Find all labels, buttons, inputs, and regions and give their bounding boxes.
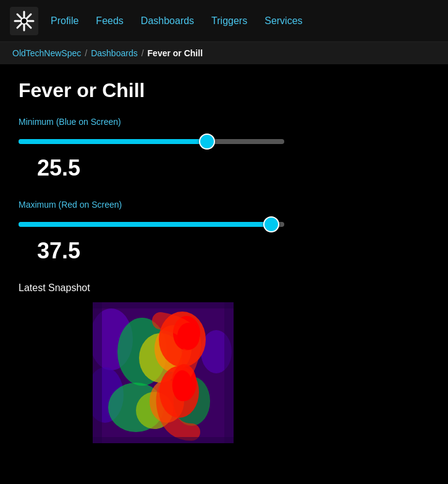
nav-item-dashboards[interactable]: Dashboards <box>141 15 194 27</box>
navbar: Profile Feeds Dashboards Triggers Servic… <box>0 0 448 42</box>
maximum-slider-fill <box>19 222 271 227</box>
snapshot-label: Latest Snapshot <box>19 282 429 294</box>
svg-rect-27 <box>93 437 234 443</box>
breadcrumb-current: Fever or Chill <box>148 48 203 58</box>
snapshot-section: Latest Snapshot <box>19 282 429 443</box>
nav-item-triggers[interactable]: Triggers <box>211 15 247 27</box>
maximum-slider-section: Maximum (Red on Screen) 37.5 <box>19 200 429 264</box>
minimum-slider-container[interactable] <box>19 134 284 149</box>
minimum-slider-thumb[interactable] <box>199 134 215 150</box>
nav-item-services[interactable]: Services <box>264 15 302 27</box>
logo[interactable] <box>10 7 38 35</box>
breadcrumb-root[interactable]: OldTechNewSpec <box>12 48 81 58</box>
minimum-slider-value: 25.5 <box>37 155 429 181</box>
svg-rect-25 <box>224 302 234 443</box>
page-title: Fever or Chill <box>19 79 429 102</box>
maximum-slider-track <box>19 222 284 227</box>
maximum-slider-thumb[interactable] <box>263 216 279 232</box>
minimum-slider-fill <box>19 139 207 144</box>
minimum-slider-track <box>19 139 284 144</box>
svg-rect-24 <box>93 302 102 443</box>
thermal-svg <box>93 302 234 443</box>
svg-point-23 <box>172 370 192 401</box>
breadcrumb-sep2: / <box>142 48 144 58</box>
nav-item-profile[interactable]: Profile <box>51 15 78 27</box>
nav-links: Profile Feeds Dashboards Triggers Servic… <box>51 15 303 27</box>
svg-rect-26 <box>93 302 234 308</box>
thermal-image <box>93 302 234 443</box>
breadcrumb-sep1: / <box>85 48 87 58</box>
maximum-slider-container[interactable] <box>19 217 284 232</box>
breadcrumb: OldTechNewSpec / Dashboards / Fever or C… <box>0 42 448 64</box>
svg-point-22 <box>177 323 200 350</box>
svg-point-6 <box>21 18 27 24</box>
minimum-slider-label: Minimum (Blue on Screen) <box>19 117 429 127</box>
main-content: Fever or Chill Minimum (Blue on Screen) … <box>0 64 448 458</box>
maximum-slider-label: Maximum (Red on Screen) <box>19 200 429 210</box>
nav-item-feeds[interactable]: Feeds <box>96 15 123 27</box>
maximum-slider-value: 37.5 <box>37 238 429 264</box>
breadcrumb-section[interactable]: Dashboards <box>91 48 138 58</box>
minimum-slider-section: Minimum (Blue on Screen) 25.5 <box>19 117 429 181</box>
